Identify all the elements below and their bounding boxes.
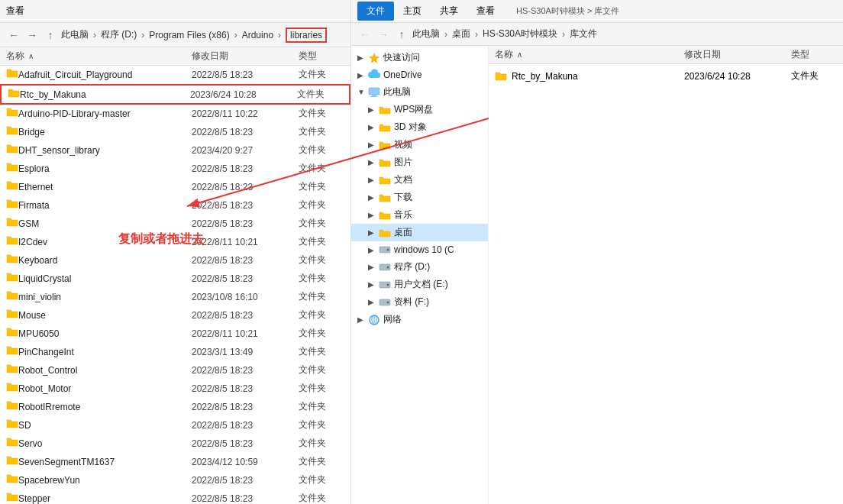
left-file-row[interactable]: GSM2022/8/5 18:23文件夹: [0, 215, 350, 233]
tree-item[interactable]: ▶下载: [351, 189, 488, 206]
folder-icon: [6, 381, 18, 396]
tree-item[interactable]: ▶音乐: [351, 206, 488, 224]
file-name: Esplora: [18, 163, 192, 174]
r-col-date[interactable]: 修改日期: [684, 48, 791, 61]
tab-file[interactable]: 文件: [357, 2, 394, 21]
addr-arduino[interactable]: Arduino: [242, 30, 273, 40]
folder-icon: [6, 344, 18, 359]
left-file-row[interactable]: RobotIRremote2022/8/5 18:23文件夹: [0, 398, 350, 416]
tree-item[interactable]: ▶文档: [351, 171, 488, 189]
tree-label: 桌面: [394, 226, 412, 239]
tree-item[interactable]: ▶网络: [351, 311, 488, 328]
tree-item[interactable]: ▼此电脑: [351, 83, 488, 101]
addr-programfiles[interactable]: Program Files (x86): [149, 30, 229, 40]
r-forward-btn[interactable]: →: [376, 27, 391, 42]
file-type: 文件夹: [299, 180, 344, 193]
left-file-row[interactable]: Ethernet2022/8/5 18:23文件夹: [0, 178, 350, 196]
folder-icon: [379, 209, 391, 221]
up-btn[interactable]: ↑: [43, 27, 58, 43]
tree-arrow-icon: ▶: [368, 141, 379, 149]
r-col-name[interactable]: 名称 ∧: [495, 48, 684, 61]
tree-item[interactable]: ▶图片: [351, 153, 488, 171]
left-file-row[interactable]: mini_violin2023/10/8 16:10文件夹: [0, 288, 350, 306]
file-type: 文件夹: [791, 69, 837, 82]
folder-icon: [6, 179, 18, 194]
file-type: 文件夹: [299, 309, 344, 321]
svg-point-11: [387, 301, 389, 303]
tree-item[interactable]: ▶OneDrive: [351, 66, 488, 83]
tree-item[interactable]: ▶资料 (F:): [351, 293, 488, 311]
tree-item[interactable]: ▶windows 10 (C: [351, 241, 488, 258]
right-file-list: Rtc_by_Makuna2023/6/24 10:28文件夹: [489, 64, 843, 504]
addr-d[interactable]: 程序 (D:): [101, 28, 137, 41]
left-file-row[interactable]: Servo2022/8/5 18:23文件夹: [0, 435, 350, 453]
tree-item[interactable]: ▶用户文档 (E:): [351, 276, 488, 293]
tree-item[interactable]: ▶桌面: [351, 224, 488, 241]
left-file-row[interactable]: SD2022/8/5 18:23文件夹: [0, 416, 350, 435]
r-addr-hs[interactable]: HS-S30A时钟模块: [483, 27, 557, 40]
col-date-header[interactable]: 修改日期: [192, 50, 299, 63]
left-file-row[interactable]: Mouse2022/8/5 18:23文件夹: [0, 306, 350, 325]
folder-icon: [6, 326, 18, 341]
file-type: 文件夹: [299, 382, 344, 395]
right-col-header: 名称 ∧ 修改日期 类型: [489, 46, 843, 64]
left-file-row[interactable]: Firmata2022/8/5 18:23文件夹: [0, 196, 350, 215]
right-file-area: 名称 ∧ 修改日期 类型 Rtc_by_Makuna2023/6/24 10:2…: [489, 46, 843, 504]
sort-arrow: ∧: [28, 52, 34, 60]
left-file-row[interactable]: Robot_Control2022/8/5 18:23文件夹: [0, 361, 350, 380]
col-name-header[interactable]: 名称 ∧: [6, 50, 192, 63]
file-date: 2022/8/5 18:23: [192, 402, 299, 412]
forward-btn[interactable]: →: [24, 27, 40, 43]
file-type: 文件夹: [297, 88, 343, 101]
left-file-row[interactable]: DHT_sensor_library2023/4/20 9:27文件夹: [0, 141, 350, 160]
left-file-row[interactable]: I2Cdev2022/8/11 10:21文件夹: [0, 233, 350, 251]
left-file-row[interactable]: SpacebrewYun2022/8/5 18:23文件夹: [0, 471, 350, 489]
left-file-row[interactable]: PinChangeInt2023/3/1 13:49文件夹: [0, 343, 350, 361]
tree-item[interactable]: ▶视频: [351, 136, 488, 153]
addr-mypc[interactable]: 此电脑: [61, 28, 89, 41]
file-date: 2023/4/20 9:27: [192, 145, 299, 156]
back-btn[interactable]: ←: [6, 27, 21, 43]
tree-label: 此电脑: [383, 86, 411, 99]
folder-icon: [6, 106, 18, 121]
file-date: 2022/8/5 18:23: [192, 438, 299, 449]
tab-share[interactable]: 共享: [431, 2, 467, 21]
folder-icon: [495, 70, 507, 82]
file-date: 2022/8/11 10:22: [192, 108, 299, 119]
left-file-row[interactable]: Robot_Motor2022/8/5 18:23文件夹: [0, 380, 350, 398]
right-file-row[interactable]: Rtc_by_Makuna2023/6/24 10:28文件夹: [489, 67, 843, 85]
tree-arrow-icon: ▶: [368, 123, 379, 131]
left-file-row[interactable]: Esplora2022/8/5 18:23文件夹: [0, 160, 350, 178]
tree-item[interactable]: ▶快速访问: [351, 49, 488, 66]
left-file-row[interactable]: Stepper2022/8/5 18:23文件夹: [0, 489, 350, 504]
r-back-btn[interactable]: ←: [357, 27, 373, 42]
r-up-btn[interactable]: ↑: [394, 27, 409, 42]
tree-item[interactable]: ▶WPS网盘: [351, 101, 488, 118]
tab-home[interactable]: 主页: [394, 2, 431, 21]
left-file-row[interactable]: LiquidCrystal2022/8/5 18:23文件夹: [0, 270, 350, 288]
tree-item[interactable]: ▶3D 对象: [351, 118, 488, 136]
left-file-row[interactable]: Rtc_by_Makuna2023/6/24 10:28文件夹: [0, 84, 350, 105]
r-addr-mypc[interactable]: 此电脑: [412, 27, 440, 40]
left-file-row[interactable]: Adafruit_Circuit_Playground2022/8/5 18:2…: [0, 66, 350, 84]
r-col-type[interactable]: 类型: [791, 48, 837, 61]
left-file-row[interactable]: Keyboard2022/8/5 18:23文件夹: [0, 251, 350, 270]
r-addr-lib[interactable]: 库文件: [570, 27, 597, 40]
right-address-bar: ← → ↑ 此电脑 › 桌面 › HS-S30A时钟模块 › 库文件: [351, 23, 843, 46]
tree-item[interactable]: ▶程序 (D:): [351, 258, 488, 276]
tree-arrow-icon: ▶: [357, 53, 368, 62]
file-date: 2022/8/5 18:23: [192, 127, 299, 137]
file-date: 2022/8/5 18:23: [192, 475, 299, 486]
file-date: 2023/3/1 13:49: [192, 347, 299, 357]
left-file-row[interactable]: MPU60502022/8/11 10:21文件夹: [0, 325, 350, 343]
file-type: 文件夹: [299, 235, 344, 248]
col-type-header[interactable]: 类型: [299, 50, 344, 63]
left-file-row[interactable]: Arduino-PID-Library-master2022/8/11 10:2…: [0, 105, 350, 123]
tab-view[interactable]: 查看: [467, 2, 504, 21]
r-addr-desktop[interactable]: 桌面: [452, 27, 470, 40]
file-type: 文件夹: [299, 290, 344, 303]
network-icon: [368, 314, 380, 326]
left-file-row[interactable]: Bridge2022/8/5 18:23文件夹: [0, 123, 350, 141]
addr-libraries[interactable]: libraries: [286, 27, 327, 43]
left-file-row[interactable]: SevenSegmentTM16372023/4/12 10:59文件夹: [0, 453, 350, 471]
